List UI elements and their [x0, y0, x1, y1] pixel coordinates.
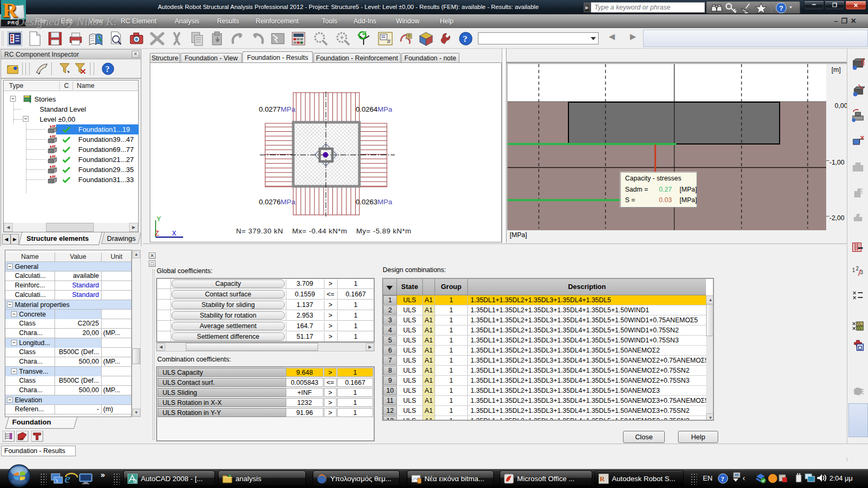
svg-text:[MPa]: [MPa]	[680, 196, 697, 204]
svg-text:[MPa]: [MPa]	[680, 186, 697, 193]
svg-text:1: 1	[852, 267, 855, 273]
svg-text:▬: ▬	[858, 245, 863, 250]
svg-text:Z: Z	[155, 230, 159, 237]
svg-text:R: R	[600, 475, 605, 483]
svg-text:#: #	[387, 38, 391, 45]
svg-text:0.0263MPa: 0.0263MPa	[356, 198, 393, 206]
svg-text:2: 2	[856, 266, 859, 272]
svg-text:0.27: 0.27	[659, 186, 672, 193]
svg-text:N= 379.30 kN Mx= -0.44 kN: N= 379.30 kN Mx= -0.44 kN*m My= -5.89 kN…	[236, 227, 411, 235]
svg-text:S =: S =	[625, 196, 635, 204]
svg-text:?: ?	[463, 34, 468, 44]
svg-text:0.0277MPa: 0.0277MPa	[259, 105, 296, 113]
svg-text:Capacity - stresses: Capacity - stresses	[625, 175, 681, 182]
svg-text:?: ?	[105, 65, 110, 74]
svg-text:X: X	[172, 230, 176, 237]
svg-text:Y: Y	[157, 215, 161, 223]
svg-text:0.03: 0.03	[659, 196, 672, 204]
svg-text:Sadm =: Sadm =	[625, 186, 648, 193]
svg-text:?: ?	[779, 4, 783, 12]
svg-text:?: ?	[721, 475, 725, 483]
svg-text:0.0264MPa: 0.0264MPa	[356, 105, 393, 113]
svg-text:0.0276MPa: 0.0276MPa	[259, 198, 296, 206]
